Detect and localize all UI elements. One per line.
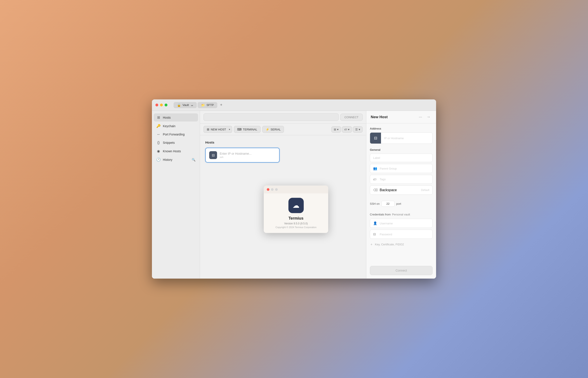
label-field-row xyxy=(370,154,433,162)
add-tab-button[interactable]: + xyxy=(218,102,224,108)
minimize-button[interactable] xyxy=(160,104,163,107)
app-version: Version 9.5.0 (9.5.0) xyxy=(284,222,308,225)
terminal-icon: ⌨ xyxy=(237,128,242,131)
serial-label: SERIAL xyxy=(271,128,281,131)
host-input-sub-label: ssh xyxy=(220,156,276,158)
address-input-bar[interactable] xyxy=(204,113,339,121)
host-input-card[interactable]: ⊟ Enter IP or Hostname... ssh xyxy=(205,148,280,162)
columns-icon: ☰ xyxy=(355,128,358,131)
action-bar: ⊞ NEW HOST ▾ ⌨ TERMINAL ⚡ SERIAL ⊞ xyxy=(200,124,366,135)
parent-group-field-row: 👥 xyxy=(370,164,433,173)
sidebar-port-forwarding-label: Port Forwarding xyxy=(163,133,195,136)
sidebar-history-label: History xyxy=(163,158,190,162)
section-title: Hosts xyxy=(205,140,361,144)
connect-button[interactable]: CONNECT xyxy=(340,114,363,121)
address-input[interactable] xyxy=(381,136,432,140)
right-panel-content: Address ⊟ General 👥 xyxy=(366,123,436,262)
sidebar-snippets-label: Snippets xyxy=(163,141,195,144)
sidebar-known-hosts-label: Known Hosts xyxy=(163,149,195,153)
address-section: Address ⊟ xyxy=(370,127,433,144)
sidebar-item-snippets[interactable]: {} Snippets xyxy=(154,139,198,147)
tags-field-row: 🏷 xyxy=(370,175,433,184)
terminal-button[interactable]: ⌨ TERMINAL xyxy=(234,126,260,133)
serial-button[interactable]: ⚡ SERIAL xyxy=(262,126,284,133)
maximize-button[interactable] xyxy=(164,104,167,107)
connect-bottom-button[interactable]: Connect xyxy=(370,266,433,275)
tags-icon: 🏷 xyxy=(373,177,378,181)
main-panel: CONNECT ⊞ NEW HOST ▾ ⌨ TERMINAL ⚡ SER xyxy=(200,111,366,279)
about-dialog: ☁ Termius Version 9.5.0 (9.5.0) Copyrigh… xyxy=(264,186,328,233)
key-add-label: Key, Certificate, FIDO2 xyxy=(375,243,404,246)
tab-sftp-label: SFTP xyxy=(206,103,214,107)
columns-dropdown-icon: ▾ xyxy=(359,128,360,131)
sidebar-item-keychain[interactable]: 🔑 Keychain xyxy=(154,122,198,130)
known-hosts-icon: ◉ xyxy=(156,149,161,153)
port-forwarding-icon: ↔ xyxy=(156,132,161,136)
add-key-icon: ＋ xyxy=(370,242,373,246)
columns-button[interactable]: ☰ ▾ xyxy=(353,126,363,133)
serial-icon: ⚡ xyxy=(266,128,269,131)
ssh-port-input[interactable] xyxy=(382,201,395,207)
sidebar-item-hosts[interactable]: ⊞ Hosts xyxy=(154,113,198,122)
enter-button[interactable]: → xyxy=(425,114,432,120)
backspace-icon: ⌫ xyxy=(373,188,378,192)
close-button[interactable] xyxy=(155,104,158,107)
dialog-close-button[interactable] xyxy=(267,188,270,191)
dialog-minimize-button[interactable] xyxy=(271,188,274,191)
key-add-row[interactable]: ＋ Key, Certificate, FIDO2 xyxy=(370,241,433,248)
label-input[interactable] xyxy=(373,156,429,160)
main-content: Hosts ⊟ Enter IP or Hostname... ssh xyxy=(200,135,366,279)
dialog-body: ☁ Termius Version 9.5.0 (9.5.0) Copyrigh… xyxy=(264,193,328,233)
address-field-row: ⊟ xyxy=(370,132,433,144)
password-field-row: ⊟ xyxy=(370,230,433,239)
app-name: Termius xyxy=(288,216,304,221)
username-field-row: 👤 xyxy=(370,219,433,228)
tag-dropdown-icon: ▾ xyxy=(348,128,350,131)
parent-group-input[interactable] xyxy=(380,167,429,170)
tab-sftp[interactable]: 📁 SFTP xyxy=(198,102,217,108)
tab-vault[interactable]: 🔒 Vault ☁ xyxy=(174,102,197,108)
ssh-row: SSH on port xyxy=(370,199,433,208)
password-input[interactable] xyxy=(380,233,429,236)
address-icon: ⊟ xyxy=(374,136,377,140)
app-copyright: Copyright © 2024 Termius Corporation xyxy=(275,226,316,229)
server-icon: ⊟ xyxy=(212,153,215,157)
new-host-button[interactable]: ⊞ NEW HOST xyxy=(204,126,229,133)
sidebar-item-known-hosts[interactable]: ◉ Known Hosts xyxy=(154,147,198,155)
sidebar-hosts-label: Hosts xyxy=(163,116,195,119)
new-host-label: NEW HOST xyxy=(211,128,226,131)
ssh-section: SSH on port xyxy=(370,199,433,208)
hosts-icon: ⊞ xyxy=(156,115,161,120)
sidebar-item-history[interactable]: 🕐 History 🔍 xyxy=(154,156,198,164)
username-input[interactable] xyxy=(380,222,429,225)
tags-input[interactable] xyxy=(380,178,429,181)
view-controls: ⊞ ▾ 🏷 ▾ ☰ ▾ xyxy=(331,126,363,133)
right-panel: New Host ··· → Address ⊟ xyxy=(366,111,436,279)
dialog-maximize-button[interactable] xyxy=(275,188,278,191)
search-icon[interactable]: 🔍 xyxy=(192,158,195,162)
host-input-placeholder: Enter IP or Hostname... xyxy=(220,152,276,155)
host-input-content: Enter IP or Hostname... ssh xyxy=(220,152,276,158)
grid-view-button[interactable]: ⊞ ▾ xyxy=(331,126,341,133)
app-window: 🔒 Vault ☁ 📁 SFTP + ⊞ Hosts 🔑 Keychain ↔ xyxy=(152,99,436,279)
new-host-group: ⊞ NEW HOST ▾ xyxy=(204,126,232,133)
sftp-icon: 📁 xyxy=(201,103,205,107)
new-host-dropdown-button[interactable]: ▾ xyxy=(227,126,232,133)
credentials-label: Credentials from xyxy=(370,213,391,216)
username-icon: 👤 xyxy=(373,221,378,225)
tab-vault-label: Vault xyxy=(182,103,189,107)
vault-icon: 🔒 xyxy=(177,103,181,107)
backspace-left: ⌫ Backspace xyxy=(373,188,397,192)
sidebar-item-port-forwarding[interactable]: ↔ Port Forwarding xyxy=(154,130,198,138)
backspace-label: Backspace xyxy=(380,188,397,192)
right-panel-header: New Host ··· → xyxy=(366,111,436,123)
more-options-button[interactable]: ··· xyxy=(418,114,424,120)
cloud-icon: ☁ xyxy=(191,104,193,107)
credentials-section: Credentials from Personal vault 👤 ⊟ ＋ Ke… xyxy=(370,213,433,248)
tab-bar: 🔒 Vault ☁ 📁 SFTP + xyxy=(174,102,224,108)
parent-group-icon: 👥 xyxy=(373,166,378,170)
snippets-icon: {} xyxy=(156,141,161,145)
keychain-icon: 🔑 xyxy=(156,124,161,128)
tags-button[interactable]: 🏷 ▾ xyxy=(342,126,352,133)
sidebar-keychain-label: Keychain xyxy=(163,124,195,128)
